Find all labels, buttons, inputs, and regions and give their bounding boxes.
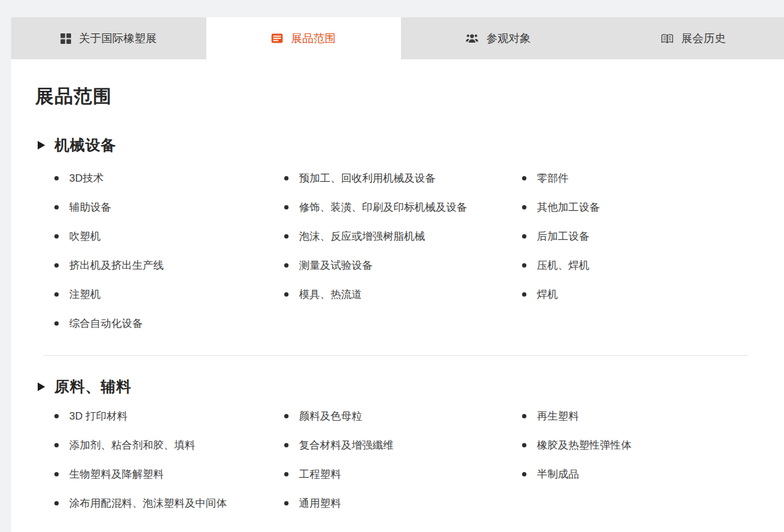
item-label: 再生塑料 [537, 409, 579, 423]
list-item: 颜料及色母粒 [284, 402, 522, 431]
bullet-icon [54, 263, 59, 268]
item-label: 零部件 [537, 171, 568, 185]
bullet-icon [54, 501, 59, 505]
list-item: 后加工设备 [522, 222, 767, 251]
bullet-icon [54, 414, 59, 418]
tab-4[interactable]: 展会历史 [596, 17, 784, 59]
list-item: 零部件 [522, 164, 767, 193]
item-label: 修饰、装潢、印刷及印标机械及设备 [299, 200, 467, 214]
tab-label: 展品范围 [291, 31, 335, 46]
item-label: 吹塑机 [69, 229, 101, 243]
bullet-icon [54, 321, 59, 326]
list-item: 通用塑料 [284, 489, 522, 518]
section-items: 3D 打印材料添加剂、粘合剂和胶、填料生物塑料及降解塑料涂布用配混料、泡沫塑料及… [54, 402, 767, 518]
list-item: 3D技术 [54, 164, 284, 193]
bullet-icon [54, 292, 59, 297]
bullet-icon [284, 414, 289, 418]
grid-icon [61, 33, 71, 44]
tab-3[interactable]: 参观对象 [401, 17, 596, 59]
bullet-icon [284, 292, 289, 297]
item-column: 颜料及色母粒复合材料及增强纖维工程塑料通用塑料 [284, 402, 522, 518]
list-item: 半制成品 [522, 460, 767, 489]
bullet-icon [522, 176, 526, 180]
section-title: 原料、辅料 [54, 377, 132, 397]
news-icon [271, 33, 283, 43]
item-label: 综合自动化设备 [69, 316, 143, 331]
bullet-icon [54, 234, 59, 239]
item-label: 工程塑料 [299, 467, 341, 481]
tab-label: 展会历史 [681, 31, 726, 46]
item-label: 测量及试验设备 [299, 258, 373, 272]
section-items: 3D技术辅助设备吹塑机挤出机及挤出生产线注塑机综合自动化设备预加工、回收利用机械… [54, 164, 767, 338]
list-item: 综合自动化设备 [54, 309, 284, 338]
item-label: 泡沫、反应或增强树脂机械 [299, 229, 425, 243]
bullet-icon [522, 443, 526, 447]
list-item: 修饰、装潢、印刷及印标机械及设备 [284, 193, 522, 222]
list-item: 复合材料及增强纖维 [284, 431, 522, 460]
list-item: 其他加工设备 [522, 193, 767, 222]
bullet-icon [522, 472, 526, 476]
page: 关于国际橡塑展展品范围参观对象展会历史 展品范围 机械设备3D技术辅助设备吹塑机… [11, 17, 784, 532]
item-label: 后加工设备 [537, 229, 589, 243]
list-item: 焊机 [522, 280, 767, 309]
item-column: 再生塑料橡胶及热塑性弹性体半制成品 [522, 402, 767, 518]
tab-1[interactable]: 关于国际橡塑展 [11, 17, 206, 59]
bullet-icon [54, 472, 59, 476]
list-item: 工程塑料 [284, 460, 522, 489]
item-label: 半制成品 [537, 467, 579, 481]
list-item: 压机、焊机 [522, 251, 767, 280]
section-header: 原料、辅料 [38, 377, 767, 397]
bullet-icon [284, 205, 289, 209]
book-icon [661, 33, 673, 44]
page-title: 展品范围 [35, 84, 767, 109]
content-card: 展品范围 机械设备3D技术辅助设备吹塑机挤出机及挤出生产线注塑机综合自动化设备预… [11, 59, 784, 532]
item-label: 生物塑料及降解塑料 [69, 467, 164, 481]
item-label: 辅助设备 [69, 200, 111, 214]
bullet-icon [522, 292, 526, 297]
list-item: 吹塑机 [54, 222, 284, 251]
list-item: 模具、热流道 [284, 280, 522, 309]
section-title: 机械设备 [54, 135, 116, 155]
bullet-icon [284, 443, 289, 447]
bullet-icon [284, 501, 289, 505]
item-label: 颜料及色母粒 [299, 409, 362, 423]
item-label: 焊机 [537, 287, 558, 302]
list-item: 预加工、回收利用机械及设备 [284, 164, 522, 193]
item-label: 压机、焊机 [537, 258, 589, 272]
tab-2[interactable]: 展品范围 [206, 17, 402, 59]
item-column: 零部件其他加工设备后加工设备压机、焊机焊机 [522, 164, 767, 338]
list-item: 生物塑料及降解塑料 [54, 460, 284, 489]
item-label: 预加工、回收利用机械及设备 [299, 171, 436, 185]
bullet-icon [522, 205, 526, 209]
bullet-icon [284, 234, 289, 239]
list-item: 涂布用配混料、泡沫塑料及中间体 [54, 489, 284, 518]
bullet-icon [284, 176, 289, 180]
users-icon [466, 33, 478, 43]
list-item: 辅助设备 [54, 193, 284, 222]
list-item: 添加剂、粘合剂和胶、填料 [54, 431, 284, 460]
list-item: 泡沫、反应或增强树脂机械 [284, 222, 522, 251]
item-label: 3D 打印材料 [69, 409, 127, 423]
item-label: 涂布用配混料、泡沫塑料及中间体 [69, 496, 227, 510]
list-item: 橡胶及热塑性弹性体 [522, 431, 767, 460]
bullet-icon [284, 263, 289, 268]
list-item: 3D 打印材料 [54, 402, 284, 431]
tab-label: 参观对象 [486, 31, 531, 46]
item-label: 模具、热流道 [299, 287, 362, 302]
item-label: 复合材料及增强纖维 [299, 438, 394, 452]
triangle-icon [38, 141, 45, 150]
tab-label: 关于国际橡塑展 [79, 31, 157, 46]
item-column: 3D 打印材料添加剂、粘合剂和胶、填料生物塑料及降解塑料涂布用配混料、泡沫塑料及… [54, 402, 284, 518]
item-column: 3D技术辅助设备吹塑机挤出机及挤出生产线注塑机综合自动化设备 [54, 164, 284, 338]
item-label: 挤出机及挤出生产线 [69, 258, 164, 272]
bullet-icon [522, 234, 526, 239]
bullet-icon [284, 472, 289, 476]
item-label: 3D技术 [69, 171, 104, 185]
item-label: 添加剂、粘合剂和胶、填料 [69, 438, 195, 452]
bullet-icon [54, 205, 59, 209]
bullet-icon [54, 176, 59, 180]
section-divider [43, 355, 748, 356]
list-item: 测量及试验设备 [284, 251, 522, 280]
sections: 机械设备3D技术辅助设备吹塑机挤出机及挤出生产线注塑机综合自动化设备预加工、回收… [35, 135, 767, 518]
tab-bar: 关于国际橡塑展展品范围参观对象展会历史 [11, 17, 784, 59]
